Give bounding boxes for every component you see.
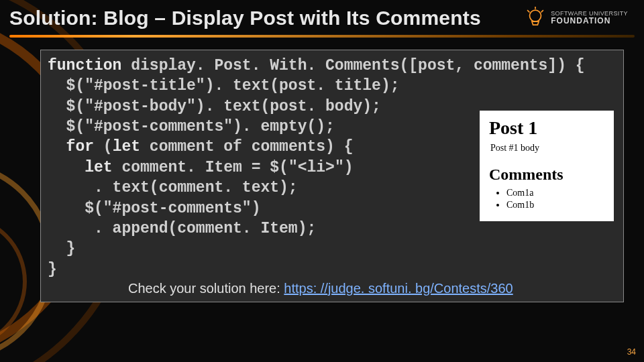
code-line: comment of comments) { <box>140 138 353 156</box>
comments-list: Com1a Com1b <box>489 188 606 210</box>
code-line: } <box>48 240 75 257</box>
keyword-function: function <box>48 57 121 74</box>
check-label: Check your solution here: <box>128 281 284 296</box>
keyword-let: let <box>113 138 140 156</box>
comments-heading: Comments <box>489 166 606 184</box>
slide-header: Solution: Blog – Display Post with Its C… <box>0 0 644 29</box>
logo-line2: FOUNDATION <box>551 17 628 25</box>
svg-line-2 <box>541 10 543 12</box>
rendered-preview: Post 1 Post #1 body Comments Com1a Com1b <box>480 111 614 221</box>
code-line: $("#post-body"). text(post. body); <box>48 98 381 115</box>
code-line: comment. Item = $("<li>") <box>113 159 354 176</box>
list-item: Com1b <box>506 200 606 210</box>
check-link[interactable]: https: //judge. softuni. bg/Contests/360 <box>284 281 513 296</box>
keyword-for: for <box>48 138 94 156</box>
svg-line-1 <box>527 10 529 12</box>
code-line: $("#post-comments") <box>48 200 260 217</box>
check-solution-line: Check your solution here: https: //judge… <box>48 281 616 296</box>
page-number: 34 <box>627 347 636 357</box>
code-line <box>48 159 85 176</box>
post-title: Post 1 <box>489 117 606 139</box>
list-item: Com1a <box>506 188 606 198</box>
code-line: } <box>48 261 57 278</box>
header-rule <box>9 35 635 38</box>
code-line: . text(comment. text); <box>48 179 298 196</box>
softuni-logo: SOFTWARE UNIVERSITY FOUNDATION <box>524 7 628 29</box>
code-line: display. Post. With. Comments([post, com… <box>121 57 584 74</box>
keyword-let: let <box>85 159 112 176</box>
lightbulb-icon <box>524 7 547 29</box>
svg-point-0 <box>530 10 541 21</box>
code-line: . append(comment. Item); <box>48 220 316 237</box>
code-line: ( <box>94 138 113 156</box>
code-card: function display. Post. With. Comments([… <box>40 50 624 302</box>
slide-title: Solution: Blog – Display Post with Its C… <box>9 7 481 29</box>
code-line: $("#post-comments"). empty(); <box>48 118 335 135</box>
logo-text: SOFTWARE UNIVERSITY FOUNDATION <box>551 11 628 25</box>
code-line: $("#post-title"). text(post. title); <box>48 77 400 95</box>
post-body: Post #1 body <box>490 143 606 154</box>
